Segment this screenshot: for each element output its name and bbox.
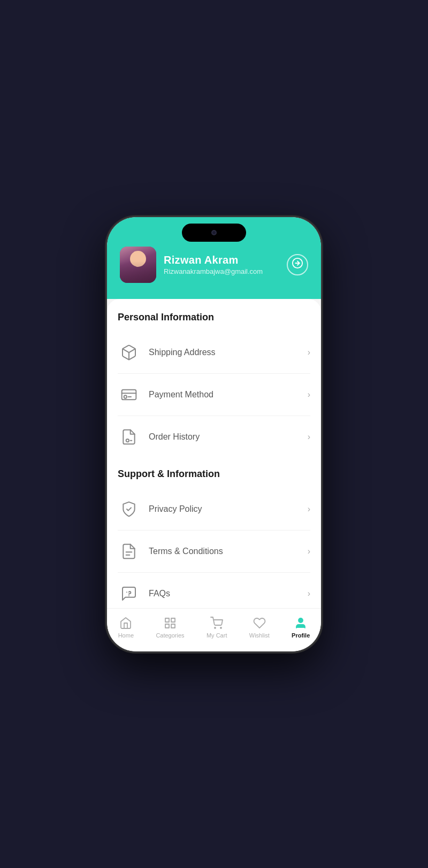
chevron-icon: › — [308, 589, 310, 598]
payment-label: Payment Method — [149, 390, 213, 400]
phone-screen: Rizwan Akram Rizwanakrambajwa@gmail.com … — [107, 217, 321, 651]
avatar — [120, 247, 156, 283]
privacy-label: Privacy Policy — [149, 504, 202, 514]
svg-point-17 — [299, 618, 303, 623]
wishlist-label: Wishlist — [249, 632, 270, 639]
user-email: Rizwanakrambajwa@gmail.com — [164, 267, 263, 275]
content-area: Personal Information Shipping Address › — [107, 299, 321, 608]
profile-icon — [294, 616, 308, 630]
shipping-icon — [118, 341, 140, 364]
chevron-icon: › — [308, 348, 310, 357]
section-title-support: Support & Information — [118, 468, 310, 480]
categories-label: Categories — [156, 632, 184, 639]
menu-item-order-history[interactable]: Order History › — [118, 416, 310, 458]
chevron-icon: › — [308, 504, 310, 514]
chevron-icon: › — [308, 432, 310, 442]
phone-frame: Rizwan Akram Rizwanakrambajwa@gmail.com … — [107, 217, 321, 651]
wishlist-icon — [253, 616, 266, 630]
svg-rect-14 — [165, 624, 169, 628]
menu-item-payment-method[interactable]: Payment Method › — [118, 374, 310, 416]
terms-label: Terms & Conditions — [149, 547, 223, 556]
avatar-image — [120, 247, 156, 283]
nav-item-home[interactable]: Home — [112, 614, 140, 641]
section-personal-info: Personal Information Shipping Address › — [118, 312, 310, 458]
user-name: Rizwan Akram — [164, 254, 263, 266]
notch — [182, 224, 246, 242]
terms-icon — [118, 540, 140, 563]
nav-item-categories[interactable]: Categories — [149, 614, 190, 641]
bottom-navigation: Home Categories — [107, 608, 321, 651]
order-icon — [118, 426, 140, 448]
payment-icon — [118, 383, 140, 406]
menu-item-shipping-address[interactable]: Shipping Address › — [118, 332, 310, 374]
faqs-label: FAQs — [149, 589, 170, 598]
section-support-info: Support & Information Privacy Policy › — [118, 468, 310, 608]
svg-rect-11 — [165, 618, 169, 622]
svg-rect-13 — [171, 624, 175, 628]
profile-label: Profile — [292, 632, 310, 639]
menu-item-privacy-policy[interactable]: Privacy Policy › — [118, 488, 310, 531]
menu-item-terms-conditions[interactable]: Terms & Conditions › — [118, 531, 310, 573]
user-info: Rizwan Akram Rizwanakrambajwa@gmail.com — [120, 247, 263, 283]
camera-dot — [211, 230, 217, 235]
cart-label: My Cart — [207, 632, 227, 639]
chevron-icon: › — [308, 390, 310, 400]
logout-icon — [292, 257, 303, 272]
svg-point-6 — [126, 439, 129, 442]
cart-icon — [210, 616, 224, 630]
order-label: Order History — [149, 432, 200, 442]
shield-icon — [118, 498, 140, 520]
nav-item-profile[interactable]: Profile — [285, 614, 316, 641]
home-label: Home — [118, 632, 134, 639]
categories-icon — [163, 616, 177, 630]
svg-rect-12 — [171, 618, 175, 622]
svg-rect-3 — [122, 389, 136, 400]
logout-button[interactable] — [287, 254, 308, 275]
svg-point-15 — [215, 627, 216, 628]
shipping-label: Shipping Address — [149, 348, 216, 357]
home-icon — [119, 616, 133, 630]
menu-item-faqs[interactable]: FAQs › — [118, 573, 310, 608]
section-title-personal: Personal Information — [118, 312, 310, 323]
svg-point-5 — [124, 395, 127, 398]
chevron-icon: › — [308, 547, 310, 556]
user-text: Rizwan Akram Rizwanakrambajwa@gmail.com — [164, 254, 263, 275]
nav-item-wishlist[interactable]: Wishlist — [243, 614, 276, 641]
nav-item-cart[interactable]: My Cart — [200, 614, 234, 641]
svg-point-16 — [220, 627, 221, 628]
faq-icon — [118, 582, 140, 605]
